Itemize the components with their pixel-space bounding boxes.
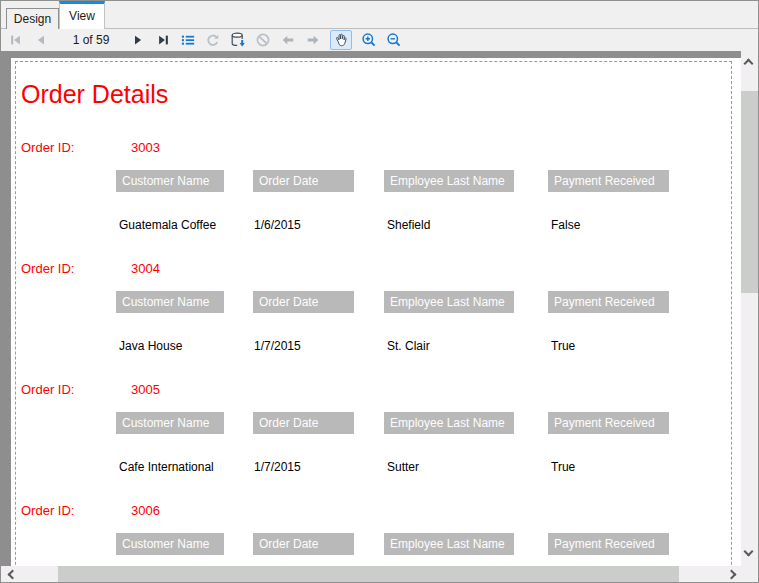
next-page-icon: [131, 33, 146, 47]
scroll-right-icon[interactable]: [727, 570, 737, 580]
document-viewport[interactable]: Order Details Order ID: 3003 Customer Na…: [1, 51, 741, 566]
column-header-employee-last-name: Employee Last Name: [384, 291, 514, 313]
column-header-customer-name: Customer Name: [116, 291, 224, 313]
customer-name-value: Java House: [119, 339, 182, 353]
horizontal-scrollbar-thumb[interactable]: [58, 566, 679, 583]
employee-last-name-value: Shefield: [387, 218, 430, 232]
tab-strip: Design View: [1, 1, 758, 29]
scrollbar-corner: [741, 566, 759, 583]
horizontal-scrollbar[interactable]: [1, 566, 741, 583]
report-viewer-window: Design View 1 of 59: [0, 0, 759, 583]
stop-icon: [255, 32, 271, 48]
scroll-down-icon[interactable]: [744, 547, 754, 557]
vertical-scrollbar[interactable]: [741, 51, 758, 566]
zoom-in-icon: [361, 32, 377, 48]
back-button[interactable]: [280, 31, 296, 49]
column-header-employee-last-name: Employee Last Name: [384, 412, 514, 434]
stop-button[interactable]: [255, 31, 271, 49]
employee-last-name-value: Sutter: [387, 460, 419, 474]
order-id-label: Order ID:: [21, 261, 74, 276]
order-section: Order ID: 3005 Customer Name Order Date …: [11, 376, 741, 497]
order-id-value: 3004: [131, 261, 160, 276]
customer-name-value: Cafe International: [119, 460, 214, 474]
last-page-icon: [156, 33, 171, 47]
order-id-label: Order ID:: [21, 140, 74, 155]
vertical-scrollbar-thumb[interactable]: [741, 91, 758, 293]
export-icon: [230, 32, 246, 48]
payment-received-value: False: [551, 218, 580, 232]
scroll-up-icon[interactable]: [744, 59, 754, 69]
toolbar: 1 of 59: [1, 29, 758, 51]
refresh-button[interactable]: [205, 31, 221, 49]
customer-name-value: Guatemala Coffee: [119, 218, 216, 232]
refresh-icon: [205, 33, 221, 48]
zoom-out-icon: [386, 32, 402, 48]
first-page-icon: [8, 33, 23, 47]
hand-tool-button[interactable]: [330, 30, 352, 50]
tab-design[interactable]: Design: [6, 8, 59, 29]
order-date-value: 1/7/2015: [254, 339, 301, 353]
previous-page-icon: [33, 33, 48, 47]
column-header-payment-received: Payment Received: [548, 533, 669, 555]
column-header-order-date: Order Date: [253, 412, 354, 434]
column-header-payment-received: Payment Received: [548, 412, 669, 434]
last-page-button[interactable]: [155, 31, 171, 49]
hand-icon: [333, 32, 349, 48]
previous-page-button[interactable]: [32, 31, 48, 49]
order-id-value: 3006: [131, 503, 160, 518]
order-section: Order ID: 3006 Customer Name Order Date …: [11, 497, 741, 566]
next-page-button[interactable]: [130, 31, 146, 49]
zoom-out-button[interactable]: [386, 31, 402, 49]
first-page-button[interactable]: [7, 31, 23, 49]
order-id-label: Order ID:: [21, 503, 74, 518]
order-id-value: 3003: [131, 140, 160, 155]
column-header-payment-received: Payment Received: [548, 170, 669, 192]
back-arrow-icon: [280, 33, 296, 47]
page-indicator: 1 of 59: [61, 33, 121, 47]
zoom-in-button[interactable]: [361, 31, 377, 49]
column-header-payment-received: Payment Received: [548, 291, 669, 313]
employee-last-name-value: St. Clair: [387, 339, 430, 353]
payment-received-value: True: [551, 460, 575, 474]
tab-view-label: View: [69, 9, 95, 23]
column-header-customer-name: Customer Name: [116, 412, 224, 434]
column-header-employee-last-name: Employee Last Name: [384, 533, 514, 555]
order-date-value: 1/7/2015: [254, 460, 301, 474]
tab-design-label: Design: [14, 12, 51, 26]
forward-arrow-icon: [305, 33, 321, 47]
column-header-customer-name: Customer Name: [116, 170, 224, 192]
order-section: Order ID: 3004 Customer Name Order Date …: [11, 255, 741, 376]
order-section: Order ID: 3003 Customer Name Order Date …: [11, 134, 741, 255]
column-header-customer-name: Customer Name: [116, 533, 224, 555]
order-id-value: 3005: [131, 382, 160, 397]
column-header-order-date: Order Date: [253, 533, 354, 555]
report-page: Order Details Order ID: 3003 Customer Na…: [11, 58, 741, 566]
tab-view[interactable]: View: [59, 1, 105, 29]
column-header-order-date: Order Date: [253, 291, 354, 313]
document-map-icon: [180, 33, 196, 47]
forward-button[interactable]: [305, 31, 321, 49]
document-map-button[interactable]: [180, 31, 196, 49]
export-button[interactable]: [230, 31, 246, 49]
payment-received-value: True: [551, 339, 575, 353]
scroll-left-icon[interactable]: [8, 570, 18, 580]
column-header-employee-last-name: Employee Last Name: [384, 170, 514, 192]
column-header-order-date: Order Date: [253, 170, 354, 192]
order-date-value: 1/6/2015: [254, 218, 301, 232]
report-title: Order Details: [21, 80, 168, 109]
order-id-label: Order ID:: [21, 382, 74, 397]
